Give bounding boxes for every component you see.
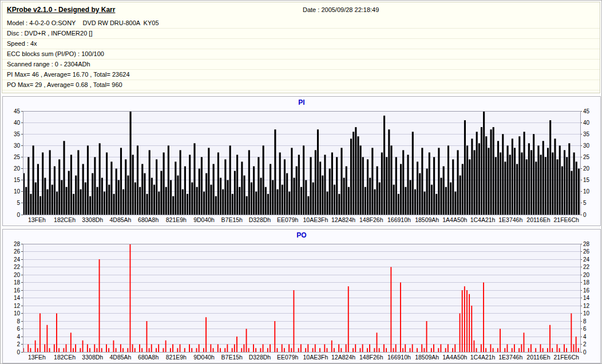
svg-text:40: 40 [583, 120, 590, 126]
svg-text:D328Dh: D328Dh [249, 216, 271, 223]
info-row-speed: Speed : 4x [2, 39, 600, 49]
svg-text:45: 45 [14, 108, 21, 114]
svg-text:26: 26 [583, 248, 590, 255]
svg-text:12A824h: 12A824h [331, 354, 355, 361]
po-chart-panel: PO 0022446688101012121414161618182020222… [2, 229, 601, 363]
svg-text:D328Dh: D328Dh [249, 354, 271, 361]
svg-text:680A8h: 680A8h [138, 354, 159, 361]
svg-text:25: 25 [14, 154, 21, 160]
svg-text:2: 2 [583, 341, 587, 347]
info-row-pi-stats: PI Max= 46 , Average= 16.70 , Total= 236… [2, 70, 600, 80]
svg-text:35: 35 [14, 131, 21, 137]
svg-text:15: 15 [583, 177, 590, 183]
svg-text:148F26h: 148F26h [359, 354, 383, 361]
svg-text:18509Ah: 18509Ah [415, 354, 439, 361]
app-title: KProbe v2.1.0 - Designed by Karr [7, 6, 115, 14]
svg-text:4: 4 [17, 334, 20, 340]
svg-text:166910h: 166910h [387, 354, 411, 361]
svg-text:3308Dh: 3308Dh [82, 216, 103, 223]
svg-text:10: 10 [583, 310, 590, 316]
svg-text:1E3746h: 1E3746h [498, 216, 522, 223]
svg-text:10: 10 [14, 188, 21, 195]
svg-text:2: 2 [17, 341, 20, 347]
scan-info-panel: KProbe v2.1.0 - Designed by Karr Date : … [2, 2, 600, 93]
svg-text:3308Dh: 3308Dh [82, 354, 103, 361]
svg-text:21FE6Ch: 21FE6Ch [553, 216, 579, 223]
svg-text:8: 8 [17, 318, 20, 325]
svg-text:0: 0 [17, 349, 20, 355]
svg-text:148F26h: 148F26h [359, 216, 383, 223]
svg-text:0: 0 [583, 349, 587, 355]
svg-text:10AE3Fh: 10AE3Fh [303, 354, 328, 361]
svg-text:20: 20 [14, 165, 21, 172]
svg-text:13FEh: 13FEh [28, 216, 46, 223]
svg-text:10AE3Fh: 10AE3Fh [303, 216, 328, 223]
info-row-po-stats: PO Max= 29 , Average= 0.68 , Total= 960 [2, 80, 600, 90]
svg-text:28: 28 [14, 241, 21, 247]
svg-text:16: 16 [14, 287, 21, 294]
svg-text:20116Eh: 20116Eh [526, 354, 550, 361]
svg-text:12A824h: 12A824h [331, 216, 355, 223]
svg-text:20: 20 [14, 272, 21, 278]
svg-text:18509Ah: 18509Ah [415, 216, 439, 223]
svg-text:B7E15h: B7E15h [221, 354, 243, 361]
svg-text:9D040h: 9D040h [193, 354, 215, 361]
svg-text:45: 45 [583, 108, 590, 114]
svg-text:24: 24 [583, 256, 590, 263]
svg-text:21FE6Ch: 21FE6Ch [553, 354, 579, 361]
svg-text:35: 35 [583, 131, 590, 137]
svg-text:15: 15 [14, 177, 21, 183]
svg-text:10: 10 [583, 188, 590, 195]
svg-text:30: 30 [14, 143, 21, 149]
svg-text:20: 20 [583, 165, 590, 172]
info-row-disc: Disc : DVD+R , INFOMER20 [] [2, 29, 600, 39]
info-row-model: Model : 4-0-2-0 O:SONY DVD RW DRU-800A K… [2, 18, 600, 29]
svg-text:9D040h: 9D040h [193, 216, 215, 223]
svg-text:0: 0 [583, 212, 587, 218]
svg-text:12: 12 [14, 303, 21, 309]
svg-text:13FEh: 13FEh [28, 354, 46, 361]
po-chart-title: PO [3, 230, 600, 241]
svg-text:680A8h: 680A8h [138, 216, 159, 223]
svg-text:12: 12 [583, 303, 590, 309]
svg-text:18: 18 [14, 279, 21, 286]
svg-text:821E9h: 821E9h [166, 216, 187, 223]
pi-chart-panel: PI 0055101015152020252530303535404045451… [2, 96, 601, 226]
scan-info-rows: Model : 4-0-2-0 O:SONY DVD RW DRU-800A K… [2, 18, 600, 90]
svg-text:5: 5 [17, 200, 20, 206]
svg-text:182CEh: 182CEh [54, 354, 76, 361]
svg-text:1A4A50h: 1A4A50h [442, 354, 467, 361]
svg-text:28: 28 [583, 241, 590, 247]
svg-text:24: 24 [14, 256, 21, 263]
pi-chart-canvas: 00551010151520202525303035354040454513FE… [3, 108, 600, 224]
svg-text:25: 25 [583, 154, 590, 160]
svg-text:1E3746h: 1E3746h [498, 354, 522, 361]
svg-text:5: 5 [583, 200, 587, 206]
svg-text:22: 22 [583, 264, 590, 270]
svg-text:14: 14 [583, 295, 590, 301]
svg-text:1A4A50h: 1A4A50h [442, 216, 467, 223]
svg-text:6: 6 [583, 326, 587, 332]
svg-text:4D85Ah: 4D85Ah [109, 354, 131, 361]
svg-text:14: 14 [14, 295, 21, 301]
kprobe-window: KProbe v2.1.0 - Designed by Karr Date : … [0, 0, 602, 364]
svg-text:B7E15h: B7E15h [221, 216, 243, 223]
svg-text:EE079h: EE079h [277, 216, 299, 223]
svg-text:16: 16 [583, 287, 590, 294]
svg-text:18: 18 [583, 279, 590, 286]
svg-text:40: 40 [14, 120, 21, 126]
svg-text:4D85Ah: 4D85Ah [109, 216, 131, 223]
pi-chart-title: PI [3, 97, 600, 108]
svg-text:8: 8 [583, 318, 587, 325]
svg-text:10: 10 [14, 310, 21, 316]
svg-text:20: 20 [583, 272, 590, 278]
svg-text:182CEh: 182CEh [54, 216, 76, 223]
svg-text:6: 6 [17, 326, 20, 332]
info-row-ecc: ECC blocks sum (PI/PO) : 100/100 [2, 49, 600, 60]
svg-text:20116Eh: 20116Eh [526, 216, 550, 223]
title-row: KProbe v2.1.0 - Designed by Karr Date : … [2, 2, 600, 17]
svg-text:30: 30 [583, 143, 590, 149]
scan-date: Date : 2005/09/28 22:18:49 [303, 6, 379, 13]
po-chart-canvas: 0022446688101012121414161618182020222224… [3, 241, 600, 361]
svg-text:821E9h: 821E9h [166, 354, 187, 361]
